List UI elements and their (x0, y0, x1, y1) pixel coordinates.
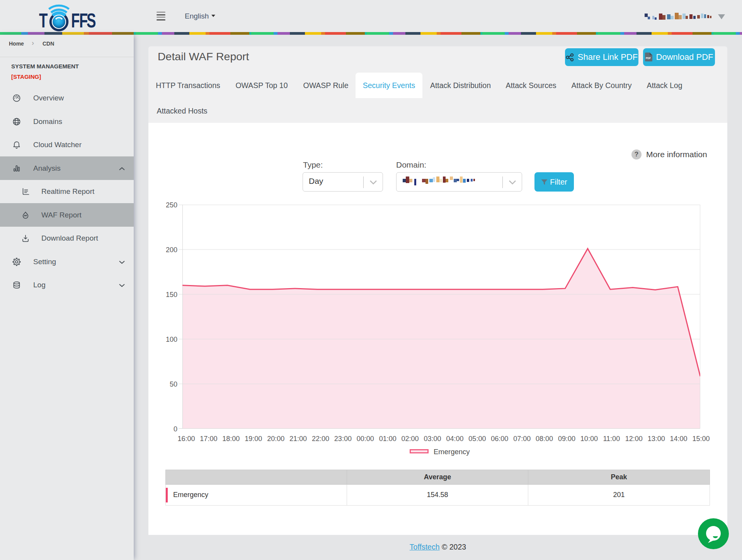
svg-text:F: F (71, 10, 80, 31)
svg-text:T: T (39, 10, 48, 31)
svg-text:S: S (87, 10, 96, 31)
svg-text:PDF: PDF (646, 57, 651, 59)
